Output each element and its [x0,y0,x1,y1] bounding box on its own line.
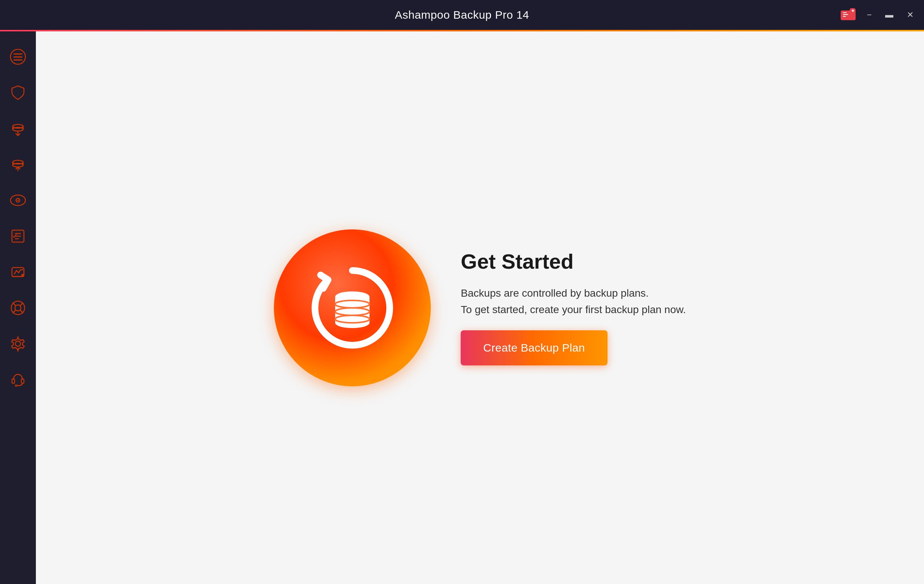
svg-rect-9 [13,59,22,61]
sidebar-item-support[interactable] [0,290,36,326]
svg-rect-1 [843,12,846,13]
svg-point-29 [21,274,23,276]
get-started-container: Get Started Backups are controlled by ba… [259,214,701,401]
svg-text:★: ★ [851,8,855,13]
sidebar-item-shield[interactable] [0,75,36,111]
app-title: Ashampoo Backup Pro 14 [395,8,530,21]
sidebar-item-backup[interactable] [0,111,36,147]
svg-point-36 [15,341,21,346]
notification-button[interactable]: ★ [840,8,856,21]
sidebar-item-menu[interactable] [0,39,36,75]
svg-point-22 [17,200,19,201]
sidebar [0,31,36,584]
svg-line-32 [13,303,16,306]
sidebar-item-tasks[interactable] [0,218,36,254]
minimize-button[interactable]: − [864,9,874,21]
get-started-description: Backups are controlled by backup plans. … [461,285,686,319]
title-bar: Ashampoo Backup Pro 14 ★ − ▬ ✕ [0,0,924,30]
svg-line-33 [20,303,23,306]
svg-rect-3 [843,16,846,17]
svg-rect-2 [843,14,848,15]
close-button[interactable]: ✕ [904,9,917,21]
svg-point-39 [15,385,17,386]
content-area: Get Started Backups are controlled by ba… [36,31,924,584]
sidebar-item-settings[interactable] [0,326,36,362]
sidebar-item-drive[interactable] [0,254,36,290]
app-window: Ashampoo Backup Pro 14 ★ − ▬ ✕ [0,0,924,584]
sidebar-item-monitor[interactable] [0,182,36,218]
svg-line-35 [20,310,23,313]
create-backup-button[interactable]: Create Backup Plan [461,330,607,365]
svg-rect-8 [13,56,22,58]
backup-icon-circle [274,229,431,386]
main-layout: Get Started Backups are controlled by ba… [0,31,924,584]
right-content: Get Started Backups are controlled by ba… [461,250,686,365]
maximize-button[interactable]: ▬ [882,9,896,21]
svg-point-31 [15,305,21,311]
sidebar-item-restore[interactable] [0,147,36,182]
window-controls: ★ − ▬ ✕ [840,8,917,21]
svg-rect-7 [13,53,22,54]
sidebar-item-help[interactable] [0,362,36,398]
backup-icon-svg [304,259,401,356]
svg-line-34 [13,310,16,313]
get-started-heading: Get Started [461,250,574,273]
